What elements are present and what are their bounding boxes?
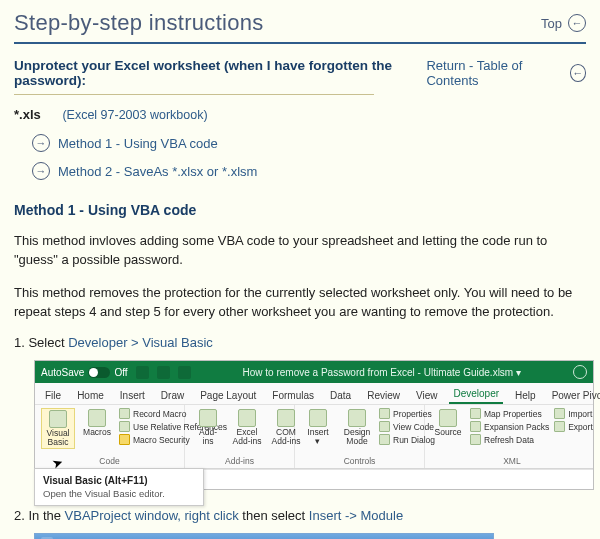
addins-button[interactable]: Add- ins	[191, 408, 225, 447]
tab-review[interactable]: Review	[363, 387, 404, 404]
ribbon-tabs: File Home Insert Draw Page Layout Formul…	[35, 383, 593, 405]
map-properties-icon	[470, 408, 481, 419]
export-icon	[554, 421, 565, 432]
xml-export-button[interactable]: Export	[554, 421, 593, 432]
divider-sub	[14, 94, 374, 95]
excel-titlebar: AutoSave Off How to remove a Password fr…	[35, 361, 593, 383]
arrow-right-icon[interactable]: →	[32, 162, 50, 180]
redo-icon[interactable]	[178, 366, 191, 379]
macro-security-icon	[119, 434, 130, 445]
step-1-path-vb: Visual Basic	[142, 335, 213, 350]
tab-page-layout[interactable]: Page Layout	[196, 387, 260, 404]
autosave-label: AutoSave	[41, 367, 84, 378]
visual-basic-tooltip: Visual Basic (Alt+F11) Open the Visual B…	[34, 468, 204, 506]
record-macro-icon	[119, 408, 130, 419]
step-2-action-b: Insert -> Module	[309, 508, 403, 523]
method-2-link[interactable]: Method 2 - SaveAs *.xlsx or *.xlsm	[58, 164, 257, 179]
search-icon[interactable]	[573, 365, 587, 379]
xml-source-icon	[439, 409, 457, 427]
arrow-left-icon[interactable]: ←	[568, 14, 586, 32]
tab-file[interactable]: File	[41, 387, 65, 404]
section-subtitle: Unprotect your Excel worksheet (when I h…	[14, 58, 426, 88]
expansion-packs-icon	[470, 421, 481, 432]
vba-titlebar: Microsoft Visual Basic for Applications …	[35, 534, 493, 539]
relative-references-icon	[119, 421, 130, 432]
tab-draw[interactable]: Draw	[157, 387, 188, 404]
refresh-data-icon	[470, 434, 481, 445]
step-1: 1. Select Developer > Visual Basic	[14, 335, 586, 350]
autosave-toggle[interactable]	[88, 367, 110, 378]
tab-help[interactable]: Help	[511, 387, 540, 404]
autosave-state: Off	[114, 367, 127, 378]
excel-addins-button[interactable]: Excel Add-ins	[230, 408, 264, 447]
step-1-path-developer: Developer	[68, 335, 127, 350]
tab-developer[interactable]: Developer	[449, 385, 503, 404]
top-link[interactable]: Top	[541, 16, 562, 31]
refresh-data-button[interactable]: Refresh Data	[470, 434, 549, 445]
group-xml-label: XML	[431, 455, 593, 466]
properties-icon	[379, 408, 390, 419]
arrow-right-icon[interactable]: →	[32, 134, 50, 152]
step-2-action-a: VBAProject window, right click	[65, 508, 239, 523]
group-addins-label: Add-ins	[191, 455, 288, 466]
file-extension-label: *.xls	[14, 107, 41, 122]
vba-editor-screenshot: Microsoft Visual Basic for Applications …	[34, 533, 494, 539]
xml-import-button[interactable]: Import	[554, 408, 593, 419]
arrow-left-icon[interactable]: ←	[570, 64, 586, 82]
tab-home[interactable]: Home	[73, 387, 108, 404]
macros-button[interactable]: Macros	[80, 408, 114, 438]
addins-icon	[199, 409, 217, 427]
expansion-packs-button[interactable]: Expansion Packs	[470, 421, 549, 432]
view-code-icon	[379, 421, 390, 432]
visual-basic-icon	[49, 410, 67, 428]
tooltip-title: Visual Basic (Alt+F11)	[43, 475, 195, 486]
group-controls-label: Controls	[301, 455, 418, 466]
tab-data[interactable]: Data	[326, 387, 355, 404]
tab-insert[interactable]: Insert	[116, 387, 149, 404]
ribbon-body: Visual Basic Macros Record Macro Use Rel…	[35, 405, 593, 469]
design-mode-button[interactable]: Design Mode	[340, 408, 374, 447]
document-title: How to remove a Password from Excel - Ul…	[199, 367, 565, 378]
method-1-p2: This method removes the protection for t…	[14, 284, 586, 322]
save-icon[interactable]	[136, 366, 149, 379]
divider-main	[14, 42, 586, 44]
method-1-link[interactable]: Method 1 - Using VBA code	[58, 136, 218, 151]
file-format-desc: (Excel 97-2003 workbook)	[62, 108, 207, 122]
method-1-heading: Method 1 - Using VBA code	[14, 202, 586, 218]
run-dialog-icon	[379, 434, 390, 445]
tab-power-pivot[interactable]: Power Pivot	[548, 387, 600, 404]
method-1-p1: This method invloves adding some VBA cod…	[14, 232, 586, 270]
visual-basic-button[interactable]: Visual Basic	[41, 408, 75, 449]
page-title: Step-by-step instructions	[14, 10, 264, 36]
tab-formulas[interactable]: Formulas	[268, 387, 318, 404]
design-mode-icon	[348, 409, 366, 427]
insert-control-icon	[309, 409, 327, 427]
insert-control-button[interactable]: Insert▾	[301, 408, 335, 447]
step-2: 2. In the VBAProject window, right click…	[14, 508, 586, 523]
return-toc-link[interactable]: Return - Table of Contents	[426, 58, 563, 88]
xml-source-button[interactable]: Source	[431, 408, 465, 438]
macros-icon	[88, 409, 106, 427]
tab-view[interactable]: View	[412, 387, 442, 404]
tooltip-body: Open the Visual Basic editor.	[43, 488, 195, 499]
excel-addins-icon	[238, 409, 256, 427]
map-properties-button[interactable]: Map Properties	[470, 408, 549, 419]
com-addins-icon	[277, 409, 295, 427]
import-icon	[554, 408, 565, 419]
undo-icon[interactable]	[157, 366, 170, 379]
